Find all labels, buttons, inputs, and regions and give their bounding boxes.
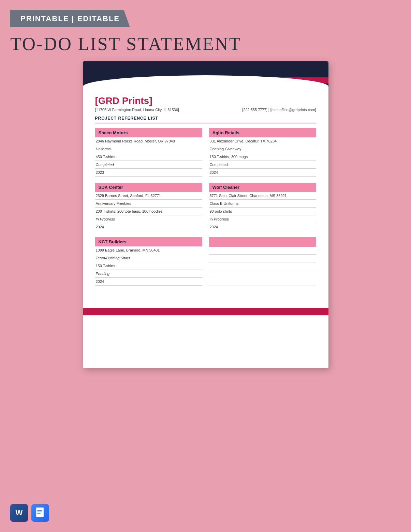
- project-name-5: KCT Builders: [95, 237, 202, 246]
- project-event-3: Anniversary Freebies: [95, 200, 202, 208]
- project-status-1: Completed: [95, 161, 202, 169]
- project-address-5: 1099 Eagle Lane, Brainerd, MN 56401: [95, 246, 202, 254]
- company-address: [11705 W Farmington Road, Hanna City, IL…: [95, 108, 179, 112]
- project-event-1: Uniforms: [95, 145, 202, 153]
- docs-icon[interactable]: [31, 504, 49, 522]
- project-event-6: [209, 255, 316, 262]
- word-letter: W: [16, 508, 23, 517]
- project-address-4: 3771 Saint Clair Street, Charleston, MS …: [209, 192, 316, 200]
- project-year-6: [209, 278, 316, 286]
- doc-header: [83, 61, 328, 89]
- project-address-3: 2329 Barnes Street, Sanford, FL 32771: [95, 192, 202, 200]
- empty-bar: [209, 237, 316, 247]
- company-name: [GRD Prints]: [95, 95, 316, 106]
- project-card-5: KCT Builders 1099 Eagle Lane, Brainerd, …: [95, 237, 202, 286]
- project-items-6: [209, 262, 316, 270]
- svg-rect-4: [37, 513, 41, 514]
- project-status-6: [209, 270, 316, 278]
- page-title: TO-DO LIST STATEMENT: [10, 33, 411, 55]
- project-grid: Sheen Motors 2846 Haymond Rocks Road, Mo…: [95, 128, 316, 287]
- project-name-4: Wolf Cleaner: [209, 183, 316, 192]
- header-accent: [274, 77, 328, 83]
- project-address-6: [209, 247, 316, 255]
- document-card: [GRD Prints] [11705 W Farmington Road, H…: [83, 61, 328, 368]
- bottom-icons: W: [10, 504, 49, 522]
- banner-text: PRINTABLE | EDITABLE: [20, 14, 120, 23]
- company-details: [11705 W Farmington Road, Hanna City, IL…: [95, 108, 316, 112]
- svg-rect-3: [37, 512, 42, 512]
- printable-banner: PRINTABLE | EDITABLE: [10, 10, 130, 27]
- project-status-3: In Progress: [95, 215, 202, 223]
- project-name-1: Sheen Motors: [95, 128, 202, 137]
- svg-rect-2: [37, 510, 42, 511]
- project-year-5: 2024: [95, 278, 202, 286]
- section-title: PROJECT REFERENCE LIST: [95, 116, 316, 121]
- project-year-2: 2024: [209, 169, 316, 177]
- project-name-2: Agito Retails: [209, 128, 316, 137]
- doc-body: [GRD Prints] [11705 W Farmington Road, H…: [83, 89, 328, 298]
- doc-footer: [83, 308, 328, 315]
- project-card-4: Wolf Cleaner 3771 Saint Clair Street, Ch…: [209, 183, 316, 231]
- project-year-1: 2023: [95, 169, 202, 177]
- project-year-4: 2024: [209, 223, 316, 231]
- project-status-4: In Progress: [209, 215, 316, 223]
- project-items-1: 450 T-shirts: [95, 153, 202, 161]
- company-contact: [222 555 7777] | [mainoffice@grdprints.c…: [242, 108, 316, 112]
- project-status-2: Completed: [209, 161, 316, 169]
- section-divider: [95, 123, 316, 123]
- project-event-5: Team-Building Shirts: [95, 254, 202, 262]
- project-items-4: 90 polo shirts: [209, 208, 316, 215]
- project-card-3: SDK Center 2329 Barnes Street, Sanford, …: [95, 183, 202, 231]
- project-items-3: 200 T-shirts, 200 tote bags, 100 hoodies: [95, 208, 202, 215]
- project-status-5: Pending: [95, 270, 202, 278]
- project-items-2: 150 T-shirts, 300 mugs: [209, 153, 316, 161]
- project-address-1: 2846 Haymond Rocks Road, Mosier, OR 9704…: [95, 137, 202, 145]
- project-items-5: 150 T-shirts: [95, 262, 202, 270]
- docs-svg: [35, 507, 45, 518]
- project-event-2: Opening Giveaway: [209, 145, 316, 153]
- project-name-3: SDK Center: [95, 183, 202, 192]
- project-address-2: 331 Alexander Drive, Decatur, TX 76234: [209, 137, 316, 145]
- project-year-3: 2024: [95, 223, 202, 231]
- project-event-4: Class B Uniforms: [209, 200, 316, 208]
- project-card-1: Sheen Motors 2846 Haymond Rocks Road, Mo…: [95, 128, 202, 177]
- project-card-6: [209, 237, 316, 286]
- project-card-2: Agito Retails 331 Alexander Drive, Decat…: [209, 128, 316, 177]
- word-icon[interactable]: W: [10, 504, 28, 522]
